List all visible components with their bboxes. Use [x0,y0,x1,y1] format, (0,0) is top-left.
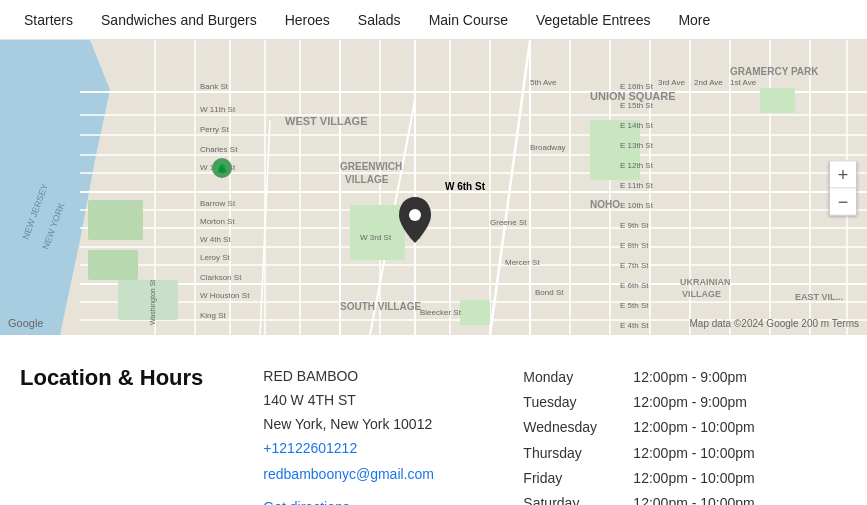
hour-time: 12:00pm - 10:00pm [633,466,754,491]
hour-time: 12:00pm - 10:00pm [633,441,754,466]
svg-text:GREENWICH: GREENWICH [340,161,402,172]
hour-row: Monday12:00pm - 9:00pm [523,365,847,390]
svg-text:E 12th St: E 12th St [620,161,654,170]
svg-text:E 8th St: E 8th St [620,241,649,250]
nav-item-starters[interactable]: Starters [10,0,87,40]
hour-time: 12:00pm - 10:00pm [633,491,754,505]
get-directions-link[interactable]: Get directions [263,495,483,505]
zoom-in-button[interactable]: + [830,161,856,187]
svg-text:E 6th St: E 6th St [620,281,649,290]
svg-text:E 10th St: E 10th St [620,201,654,210]
svg-text:1st Ave: 1st Ave [730,78,757,87]
hour-row: Friday12:00pm - 10:00pm [523,466,847,491]
hour-row: Saturday12:00pm - 10:00pm [523,491,847,505]
svg-rect-42 [118,280,178,320]
svg-text:Mercer St: Mercer St [505,258,540,267]
svg-text:Perry St: Perry St [200,125,230,134]
svg-text:Greene St: Greene St [490,218,527,227]
svg-text:Morton St: Morton St [200,217,235,226]
hour-day: Wednesday [523,415,633,440]
svg-text:3rd Ave: 3rd Ave [658,78,686,87]
address-line1: 140 W 4TH ST [263,389,483,413]
section-title: Location & Hours [20,365,223,505]
svg-text:Bank St: Bank St [200,82,229,91]
hour-day: Friday [523,466,633,491]
hour-time: 12:00pm - 9:00pm [633,390,747,415]
nav-item-sandwiches-and-burgers[interactable]: Sandwiches and Burgers [87,0,271,40]
svg-text:Barrow St: Barrow St [200,199,236,208]
svg-text:5th Ave: 5th Ave [530,78,557,87]
svg-point-101 [409,209,421,221]
svg-text:King St: King St [200,311,227,320]
hours-block: Monday12:00pm - 9:00pmTuesday12:00pm - 9… [523,365,847,505]
svg-text:E 5th St: E 5th St [620,301,649,310]
svg-rect-43 [88,200,143,240]
map-attribution: Map data ©2024 Google 200 m Terms [689,318,859,329]
svg-text:E 11th St: E 11th St [620,181,654,190]
svg-text:NOHO: NOHO [590,199,620,210]
svg-rect-40 [760,88,795,113]
hour-day: Saturday [523,491,633,505]
svg-text:E 4th St: E 4th St [620,321,649,330]
hour-day: Thursday [523,441,633,466]
hour-time: 12:00pm - 10:00pm [633,415,754,440]
svg-text:W Houston St: W Houston St [200,291,250,300]
hour-row: Thursday12:00pm - 10:00pm [523,441,847,466]
map-controls: + − [829,160,857,215]
nav-item-heroes[interactable]: Heroes [271,0,344,40]
svg-text:VILLAGE: VILLAGE [345,174,389,185]
hour-time: 12:00pm - 9:00pm [633,365,747,390]
address-line2: New York, New York 10012 [263,413,483,437]
svg-text:Bleecker St: Bleecker St [420,308,462,317]
svg-text:E 13th St: E 13th St [620,141,654,150]
info-section: Location & Hours RED BAMBOO 140 W 4TH ST… [0,335,867,505]
nav-item-salads[interactable]: Salads [344,0,415,40]
nav-item-main-course[interactable]: Main Course [415,0,522,40]
svg-text:W 6th St: W 6th St [445,181,486,192]
svg-text:E 7th St: E 7th St [620,261,649,270]
svg-text:E 9th St: E 9th St [620,221,649,230]
hour-day: Monday [523,365,633,390]
svg-text:SOUTH VILLAGE: SOUTH VILLAGE [340,301,421,312]
nav-item-vegetable-entrees[interactable]: Vegetable Entrees [522,0,664,40]
svg-text:UKRAINIAN: UKRAINIAN [680,277,731,287]
svg-text:Washington St: Washington St [149,280,157,325]
map-container: NEW JERSEY NEW YORK [0,40,867,335]
svg-text:Leroy St: Leroy St [200,253,231,262]
svg-text:Bond St: Bond St [535,288,564,297]
svg-text:W 11th St: W 11th St [200,105,236,114]
svg-text:🌲: 🌲 [216,162,229,175]
nav-item-more[interactable]: More [664,0,724,40]
main-nav: StartersSandwiches and BurgersHeroesSala… [0,0,867,40]
restaurant-name: RED BAMBOO [263,365,483,389]
hour-row: Tuesday12:00pm - 9:00pm [523,390,847,415]
phone-link[interactable]: +12122601212 [263,436,483,461]
zoom-out-button[interactable]: − [830,188,856,214]
email-link[interactable]: redbamboonyc@gmail.com [263,462,483,487]
svg-text:VILLAGE: VILLAGE [682,289,721,299]
svg-text:GRAMERCY PARK: GRAMERCY PARK [730,66,819,77]
svg-text:EAST VIL...: EAST VIL... [795,292,843,302]
svg-text:Charles St: Charles St [200,145,238,154]
svg-text:W 3rd St: W 3rd St [360,233,392,242]
svg-text:Clarkson St: Clarkson St [200,273,242,282]
svg-text:UNION SQUARE: UNION SQUARE [590,90,676,102]
svg-text:W 4th St: W 4th St [200,235,231,244]
svg-rect-44 [88,250,138,280]
address-block: RED BAMBOO 140 W 4TH ST New York, New Yo… [263,365,483,505]
hour-row: Wednesday12:00pm - 10:00pm [523,415,847,440]
svg-text:WEST VILLAGE: WEST VILLAGE [285,115,368,127]
svg-text:E 14th St: E 14th St [620,121,654,130]
svg-text:2nd Ave: 2nd Ave [694,78,723,87]
svg-text:Broadway: Broadway [530,143,566,152]
svg-text:E 15th St: E 15th St [620,101,654,110]
hour-day: Tuesday [523,390,633,415]
svg-rect-41 [460,300,490,325]
google-logo: Google [8,317,43,329]
